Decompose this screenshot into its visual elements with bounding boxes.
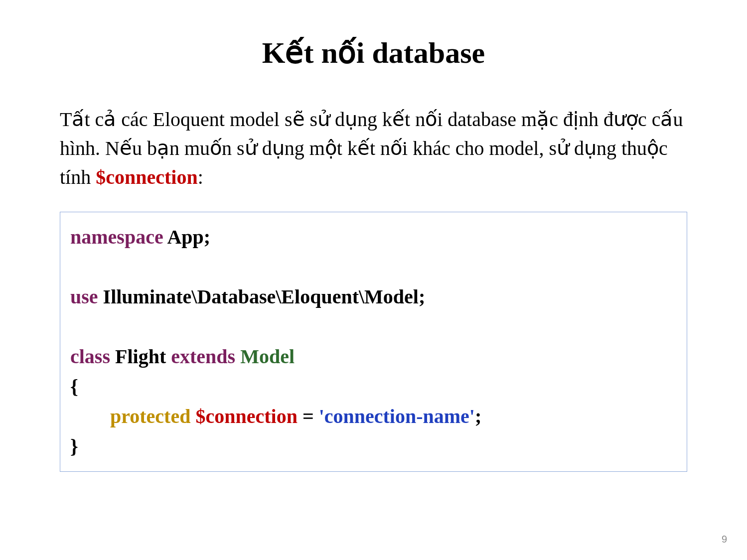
slide: Kết nối database Tất cả các Eloquent mod… bbox=[0, 0, 747, 560]
slide-title: Kết nối database bbox=[0, 0, 747, 75]
token-keyword-namespace: namespace bbox=[70, 226, 163, 248]
code-line-blank-1 bbox=[70, 252, 677, 282]
code-line-brace-close: } bbox=[70, 431, 677, 461]
token-indent bbox=[70, 405, 110, 427]
code-line-property: protected $connection = 'connection-name… bbox=[70, 402, 677, 431]
token-keyword-use: use bbox=[70, 285, 98, 308]
token-keyword-extends: extends bbox=[171, 345, 235, 368]
token-assign: = bbox=[298, 405, 319, 427]
code-line-class: class Flight extends Model bbox=[70, 342, 677, 372]
code-line-blank-2 bbox=[70, 312, 677, 342]
code-block: namespace App; use Illuminate\Database\E… bbox=[60, 212, 687, 472]
token-keyword-class: class bbox=[70, 345, 110, 368]
body-paragraph: Tất cả các Eloquent model sẽ sử dụng kết… bbox=[0, 75, 747, 192]
code-line-namespace: namespace App; bbox=[70, 222, 677, 252]
page-number: 9 bbox=[722, 534, 727, 545]
token-keyword-protected: protected bbox=[110, 405, 190, 427]
token-class-mid: Flight bbox=[110, 345, 171, 368]
code-line-use: use Illuminate\Database\Eloquent\Model; bbox=[70, 282, 677, 312]
token-use-path: Illuminate\Database\Eloquent\Model; bbox=[98, 285, 426, 308]
token-semicolon: ; bbox=[475, 405, 481, 427]
body-text-after: : bbox=[198, 166, 203, 188]
code-line-brace-open: { bbox=[70, 372, 677, 402]
token-namespace-name: App; bbox=[163, 226, 211, 248]
token-space bbox=[235, 345, 240, 368]
token-class-name: Model bbox=[240, 345, 295, 368]
body-keyword: $connection bbox=[96, 166, 197, 188]
token-variable: $connection bbox=[190, 405, 297, 427]
token-string: 'connection-name' bbox=[319, 405, 475, 427]
